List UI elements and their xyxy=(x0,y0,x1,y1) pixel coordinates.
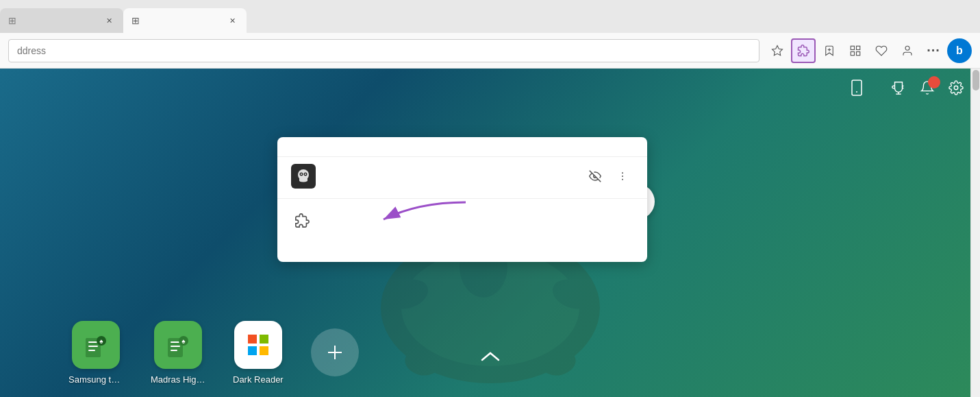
add-tab-icon xyxy=(849,45,862,57)
add-tab-button[interactable] xyxy=(843,38,868,63)
bing-button[interactable]: b xyxy=(947,38,972,63)
svg-point-45 xyxy=(622,176,623,177)
manage-extensions-icon xyxy=(291,210,313,232)
toolbar-icons: ··· b xyxy=(765,38,972,63)
notification-badge xyxy=(928,76,940,88)
tab-1[interactable]: ⊞ ✕ xyxy=(0,8,123,33)
dark-reader-eye-slash-button[interactable] xyxy=(584,165,606,187)
shortcut-samsung-label: Samsung tec... xyxy=(68,374,123,385)
shortcut-madras-label: Madras High ... xyxy=(151,374,205,385)
extensions-dropdown xyxy=(277,137,647,262)
heart-icon xyxy=(875,45,888,57)
svg-rect-6 xyxy=(857,51,860,55)
new-tab-button[interactable] xyxy=(249,8,273,32)
shortcut-darkreader[interactable]: Dark Reader xyxy=(233,321,284,385)
svg-rect-4 xyxy=(857,46,860,49)
notifications-container xyxy=(920,80,935,99)
shortcut-darkreader-label: Dark Reader xyxy=(233,374,284,385)
manage-extensions-item[interactable] xyxy=(277,202,647,240)
scrollbar-thumb[interactable] xyxy=(972,70,979,91)
maximize-button[interactable] xyxy=(914,3,946,25)
eye-slash-icon xyxy=(589,170,601,182)
dark-reader-actions xyxy=(584,165,633,187)
phone-icon[interactable] xyxy=(850,80,864,100)
svg-point-46 xyxy=(622,179,623,180)
tab-1-close[interactable]: ✕ xyxy=(103,14,115,27)
shortcut-samsung[interactable]: ♠ Samsung tec... xyxy=(68,321,123,385)
svg-rect-30 xyxy=(260,335,268,344)
star-icon xyxy=(771,45,783,57)
svg-point-21 xyxy=(954,86,958,90)
cards-icon: ♠ xyxy=(82,331,110,359)
tab-2-icon: ⊞ xyxy=(131,15,140,26)
extensions-divider xyxy=(277,198,647,199)
window-controls xyxy=(883,0,980,33)
close-button[interactable] xyxy=(946,3,977,25)
browser-window: ⊞ ✕ ⊞ ✕ xyxy=(0,0,980,397)
three-dots-icon xyxy=(617,171,628,182)
newtab-top-right-icons xyxy=(850,80,964,100)
svg-rect-31 xyxy=(248,346,257,355)
address-bar: ··· b xyxy=(0,33,980,69)
shortcut-madras-icon: ♠ xyxy=(154,321,202,369)
svg-rect-3 xyxy=(851,46,854,49)
svg-point-40 xyxy=(305,173,306,175)
open-addons-item[interactable] xyxy=(277,240,647,256)
puzzle-icon xyxy=(797,45,809,57)
svg-point-44 xyxy=(622,172,623,173)
windows-logo-icon xyxy=(244,331,272,359)
bing-icon: b xyxy=(956,45,963,57)
add-shortcut-button[interactable] xyxy=(311,328,359,376)
extensions-header xyxy=(277,137,647,157)
trophy-icon[interactable] xyxy=(891,80,906,99)
skull-icon xyxy=(292,165,314,187)
svg-rect-17 xyxy=(852,80,862,95)
svg-text:♠: ♠ xyxy=(99,337,103,345)
svg-rect-29 xyxy=(248,335,257,344)
svg-text:♠: ♠ xyxy=(181,337,186,345)
dark-reader-more-button[interactable] xyxy=(612,165,633,187)
browser-essentials-button[interactable] xyxy=(869,38,894,63)
tab-2[interactable]: ⊞ ✕ xyxy=(123,8,247,33)
settings-icon[interactable] xyxy=(948,80,964,99)
main-content: ♠ Samsung tec... ♠ Madras High ... xyxy=(0,69,980,397)
favorites-button[interactable] xyxy=(765,38,790,63)
profile-icon xyxy=(901,45,914,57)
svg-rect-5 xyxy=(851,51,854,55)
tab-1-icon: ⊞ xyxy=(8,15,16,26)
svg-rect-32 xyxy=(260,346,268,355)
svg-point-7 xyxy=(905,46,909,50)
svg-marker-0 xyxy=(772,45,783,55)
extensions-button[interactable] xyxy=(791,38,816,63)
shortcut-madras[interactable]: ♠ Madras High ... xyxy=(151,321,205,385)
collections-icon xyxy=(823,45,835,57)
profile-button[interactable] xyxy=(895,38,920,63)
ellipsis-icon: ··· xyxy=(927,43,940,58)
shortcut-samsung-icon: ♠ xyxy=(72,321,120,369)
shortcut-darkreader-icon xyxy=(234,321,282,369)
extension-dark-reader[interactable] xyxy=(277,157,647,195)
tab-bar: ⊞ ✕ ⊞ ✕ xyxy=(0,0,980,33)
collections-button[interactable] xyxy=(817,38,842,63)
tab-2-close[interactable]: ✕ xyxy=(226,14,238,27)
dark-reader-icon xyxy=(291,164,316,189)
minimize-button[interactable] xyxy=(883,3,914,25)
cards-icon-2: ♠ xyxy=(164,331,192,359)
scrollbar[interactable] xyxy=(970,69,980,397)
puzzle-small-icon xyxy=(294,213,310,228)
svg-point-39 xyxy=(301,173,302,175)
more-button[interactable]: ··· xyxy=(921,38,946,63)
shortcuts-bar: ♠ Samsung tec... ♠ Madras High ... xyxy=(0,308,970,397)
add-shortcut-item[interactable] xyxy=(311,328,359,376)
address-input[interactable] xyxy=(8,39,759,62)
